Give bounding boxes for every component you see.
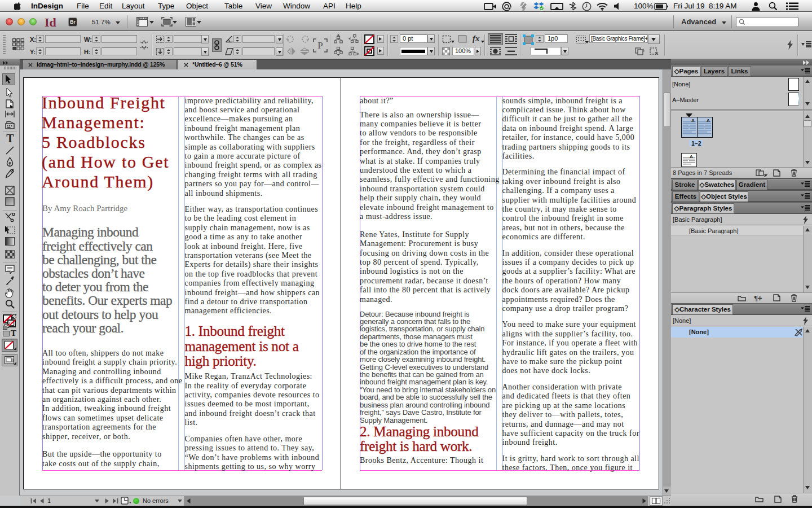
svg-text:A: A xyxy=(690,154,693,159)
svg-text:A: A xyxy=(707,118,710,123)
svg-text:A: A xyxy=(691,118,695,123)
svg-text:P: P xyxy=(317,40,323,51)
